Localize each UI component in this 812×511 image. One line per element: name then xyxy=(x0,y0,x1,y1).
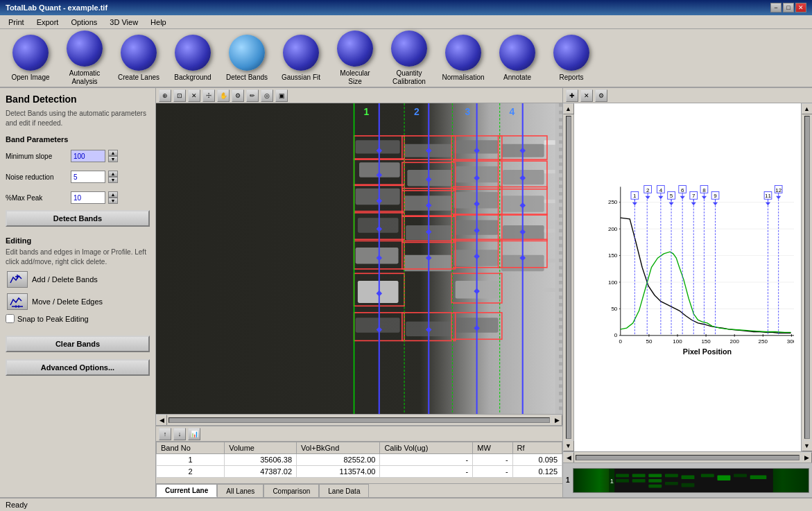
noise-down[interactable]: ▼ xyxy=(108,177,118,183)
max-peak-input[interactable] xyxy=(71,191,105,204)
noise-reduction-label: Noise reduction xyxy=(6,173,68,181)
right-h-track[interactable] xyxy=(576,455,800,460)
col-volume: Volume xyxy=(225,442,297,454)
min-slope-down[interactable]: ▼ xyxy=(108,156,118,162)
clear-bands-button[interactable]: Clear Bands xyxy=(6,336,150,352)
open-image-label: Open Image xyxy=(11,73,49,82)
background-button[interactable]: Background xyxy=(168,35,218,82)
scrollbar-track-h[interactable] xyxy=(169,417,550,423)
detect-bands-button[interactable]: Detect Bands xyxy=(222,35,272,82)
svg-text:2: 2 xyxy=(414,106,420,117)
noise-up[interactable]: ▲ xyxy=(108,171,118,177)
h-scrollbar[interactable]: ◀ ▶ xyxy=(156,414,562,425)
menu-help[interactable]: Help xyxy=(145,17,172,28)
menu-export[interactable]: Export xyxy=(31,17,64,28)
annotate-icon xyxy=(499,35,535,71)
detect-bands-button-panel[interactable]: Detect Bands xyxy=(6,210,150,227)
scroll-up-chart[interactable]: ▲ xyxy=(563,103,574,114)
gel-image-container[interactable]: 1 2 3 4 xyxy=(156,103,562,414)
image-tool-8[interactable]: ◎ xyxy=(261,89,273,102)
main-toolbar: Open Image AutomaticAnalysis Create Lane… xyxy=(0,29,812,88)
right-tool-2[interactable]: ✕ xyxy=(580,89,593,102)
right-v-track[interactable] xyxy=(804,116,810,439)
open-image-button[interactable]: Open Image xyxy=(6,35,55,82)
svg-marker-161 xyxy=(702,196,707,199)
image-tool-1[interactable]: ⊕ xyxy=(159,89,171,102)
min-slope-up[interactable]: ▲ xyxy=(108,150,118,156)
svg-marker-153 xyxy=(658,196,663,199)
normalisation-label: Normalisation xyxy=(442,73,484,82)
max-peak-down[interactable]: ▼ xyxy=(108,198,118,204)
menu-options[interactable]: Options xyxy=(65,17,103,28)
svg-text:9: 9 xyxy=(714,193,717,199)
svg-text:Pixel Position: Pixel Position xyxy=(683,347,732,356)
tab-comparison[interactable]: Comparison xyxy=(264,484,319,497)
scroll-down-chart[interactable]: ▼ xyxy=(563,440,574,451)
reports-button[interactable]: Reports xyxy=(546,35,596,82)
add-delete-bands-icon xyxy=(7,271,28,288)
thumbnail-area: 1 xyxy=(563,462,812,497)
scroll-up-right[interactable]: ▲ xyxy=(802,103,813,114)
data-tool-2[interactable]: ↓ xyxy=(173,428,186,440)
svg-rect-198 xyxy=(681,483,694,487)
snap-checkbox[interactable] xyxy=(6,314,15,323)
add-delete-label: Add / Delete Bands xyxy=(32,275,98,284)
scroll-right[interactable]: ▶ xyxy=(551,415,562,426)
menu-3dview[interactable]: 3D View xyxy=(104,17,144,28)
image-tool-4[interactable]: ☩ xyxy=(202,89,215,102)
minimize-button[interactable]: − xyxy=(770,3,781,12)
right-v-scrollbar[interactable]: ▲ ▼ xyxy=(801,103,812,451)
image-tool-7[interactable]: ✏ xyxy=(246,89,259,102)
right-h-scrollbar[interactable]: ◀ ▶ xyxy=(563,451,812,462)
max-peak-up[interactable]: ▲ xyxy=(108,191,118,198)
annotate-button[interactable]: Annotate xyxy=(492,35,542,82)
scroll-left[interactable]: ◀ xyxy=(156,415,167,426)
tab-lane-data[interactable]: Lane Data xyxy=(319,484,369,497)
svg-rect-196 xyxy=(665,481,678,485)
scroll-left-chart[interactable]: ◀ xyxy=(563,452,574,463)
svg-text:11: 11 xyxy=(765,193,771,199)
normalisation-button[interactable]: Normalisation xyxy=(438,35,488,82)
min-slope-input[interactable] xyxy=(71,150,105,162)
v-scrollbar-track[interactable] xyxy=(566,116,571,439)
scroll-down-right[interactable]: ▼ xyxy=(802,440,813,451)
max-peak-spinner[interactable]: ▲ ▼ xyxy=(108,191,118,204)
min-slope-spinner[interactable]: ▲ ▼ xyxy=(108,150,118,162)
quantity-calibration-button[interactable]: QuantityCalibration xyxy=(384,31,434,86)
maximize-button[interactable]: □ xyxy=(783,3,794,12)
data-tool-1[interactable]: ↑ xyxy=(159,428,171,440)
image-tool-9[interactable]: ▣ xyxy=(275,89,288,102)
noise-reduction-input[interactable] xyxy=(71,171,105,183)
gaussian-fit-button[interactable]: Gaussian Fit xyxy=(276,35,326,82)
image-tool-6[interactable]: ⚙ xyxy=(232,89,244,102)
automatic-analysis-button[interactable]: AutomaticAnalysis xyxy=(60,31,110,86)
molecular-size-button[interactable]: MolecularSize xyxy=(330,31,380,86)
right-tool-1[interactable]: ✚ xyxy=(566,89,578,102)
data-area: ↑ ↓ 📊 Band No Volume Vol+BkGnd Calib Vol… xyxy=(156,425,562,497)
menu-bar: Print Export Options 3D View Help xyxy=(0,15,812,29)
tab-all-lanes[interactable]: All Lanes xyxy=(217,484,264,497)
snap-row[interactable]: Snap to Peak Editing xyxy=(6,314,150,323)
create-lanes-button[interactable]: Create Lanes xyxy=(114,35,164,82)
move-delete-edges-row[interactable]: Move / Delete Edges xyxy=(6,292,150,311)
data-table-container[interactable]: Band No Volume Vol+BkGnd Calib Vol(ug) M… xyxy=(156,442,562,483)
advanced-options-button[interactable]: Advanced Options... xyxy=(6,359,150,376)
noise-reduction-spinner[interactable]: ▲ ▼ xyxy=(108,171,118,183)
close-button[interactable]: ✕ xyxy=(795,3,806,12)
svg-text:12: 12 xyxy=(775,187,781,193)
image-tool-3[interactable]: ✕ xyxy=(188,89,200,102)
min-slope-row: Minimum slope ▲ ▼ xyxy=(6,150,150,162)
tab-current-lane[interactable]: Current Lane xyxy=(156,484,217,497)
detect-bands-icon xyxy=(229,35,265,71)
right-tool-3[interactable]: ⚙ xyxy=(595,89,607,102)
image-tool-5[interactable]: ✋ xyxy=(217,89,230,102)
scroll-right-chart[interactable]: ▶ xyxy=(801,452,812,463)
right-v-scrollbar-left[interactable]: ▲ ▼ xyxy=(563,103,574,451)
image-tool-2[interactable]: ⊡ xyxy=(173,89,186,102)
add-delete-bands-row[interactable]: Add / Delete Bands xyxy=(6,270,150,289)
min-slope-label: Minimum slope xyxy=(6,153,68,160)
window-controls[interactable]: − □ ✕ xyxy=(770,3,806,12)
menu-print[interactable]: Print xyxy=(3,17,30,28)
data-tool-3[interactable]: 📊 xyxy=(188,428,200,440)
col-vol-bkgnd: Vol+BkGnd xyxy=(297,442,380,454)
